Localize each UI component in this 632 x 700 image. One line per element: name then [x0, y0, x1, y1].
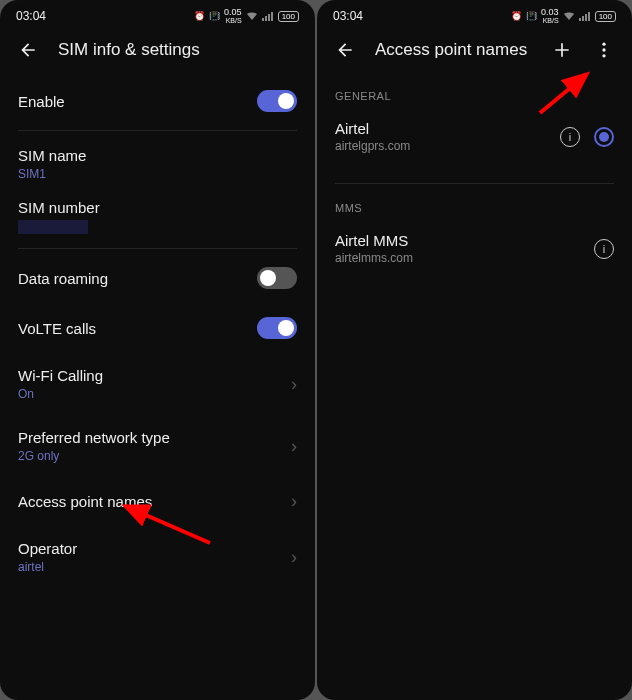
wifi-calling-row[interactable]: Wi-Fi Calling On ›	[18, 353, 297, 415]
sim-number-label: SIM number	[18, 199, 100, 216]
status-bar: 03:04 ⏰ 📳 0.05 KB/S 100	[0, 0, 315, 28]
divider	[18, 130, 297, 131]
status-time: 03:04	[333, 9, 363, 23]
divider	[335, 183, 614, 184]
apn-name: Airtel	[335, 120, 560, 137]
data-roaming-label: Data roaming	[18, 270, 108, 287]
chevron-right-icon: ›	[291, 436, 297, 457]
apn-item-airtel[interactable]: Airtel airtelgprs.com i	[335, 108, 614, 165]
chevron-right-icon: ›	[291, 547, 297, 568]
add-icon[interactable]	[550, 38, 574, 62]
net-unit: KB/S	[226, 17, 242, 24]
volte-row[interactable]: VoLTE calls	[18, 303, 297, 353]
data-roaming-row[interactable]: Data roaming	[18, 253, 297, 303]
battery-indicator: 100	[595, 11, 616, 22]
overflow-menu-icon[interactable]	[592, 38, 616, 62]
wifi-calling-label: Wi-Fi Calling	[18, 367, 103, 384]
svg-point-1	[602, 43, 605, 46]
chevron-right-icon: ›	[291, 491, 297, 512]
chevron-right-icon: ›	[291, 374, 297, 395]
volte-toggle[interactable]	[257, 317, 297, 339]
preferred-network-row[interactable]: Preferred network type 2G only ›	[18, 415, 297, 477]
enable-row[interactable]: Enable	[18, 76, 297, 126]
apn-host: airtelgprs.com	[335, 139, 560, 153]
svg-point-2	[602, 48, 605, 51]
apn-label: Access point names	[18, 493, 152, 510]
status-icons: ⏰ 📳 0.03 KB/S 100	[511, 8, 616, 24]
page-title: SIM info & settings	[58, 40, 299, 60]
back-icon[interactable]	[16, 38, 40, 62]
wifi-icon	[563, 11, 575, 21]
apn-list: GENERAL Airtel airtelgprs.com i MMS Airt…	[317, 76, 632, 700]
divider	[18, 248, 297, 249]
back-icon[interactable]	[333, 38, 357, 62]
status-bar: 03:04 ⏰ 📳 0.03 KB/S 100	[317, 0, 632, 28]
vibrate-icon: 📳	[209, 11, 220, 21]
alarm-icon: ⏰	[194, 11, 205, 21]
apn-host: airtelmms.com	[335, 251, 594, 265]
data-roaming-toggle[interactable]	[257, 267, 297, 289]
vibrate-icon: 📳	[526, 11, 537, 21]
signal-icon	[579, 11, 591, 21]
section-mms: MMS	[335, 188, 614, 220]
net-speed: 0.05	[224, 8, 242, 17]
sim-name-value: SIM1	[18, 167, 46, 181]
preferred-network-value: 2G only	[18, 449, 170, 463]
section-general: GENERAL	[335, 76, 614, 108]
apn-radio[interactable]	[594, 127, 614, 147]
settings-list: Enable SIM name SIM1 SIM number Data roa…	[0, 76, 315, 700]
battery-indicator: 100	[278, 11, 299, 22]
sim-number-row[interactable]: SIM number	[18, 189, 297, 244]
sim-name-label: SIM name	[18, 147, 86, 164]
info-icon[interactable]: i	[560, 127, 580, 147]
app-bar: Access point names	[317, 28, 632, 76]
net-unit: KB/S	[543, 17, 559, 24]
status-time: 03:04	[16, 9, 46, 23]
enable-label: Enable	[18, 93, 65, 110]
sim-number-redacted	[18, 220, 88, 234]
app-bar: SIM info & settings	[0, 28, 315, 76]
status-icons: ⏰ 📳 0.05 KB/S 100	[194, 8, 299, 24]
svg-point-3	[602, 54, 605, 57]
signal-icon	[262, 11, 274, 21]
page-title: Access point names	[375, 40, 532, 60]
apn-item-airtel-mms[interactable]: Airtel MMS airtelmms.com i	[335, 220, 614, 277]
sim-name-row[interactable]: SIM name SIM1	[18, 135, 297, 189]
preferred-network-label: Preferred network type	[18, 429, 170, 446]
operator-value: airtel	[18, 560, 77, 574]
alarm-icon: ⏰	[511, 11, 522, 21]
phone-right: 03:04 ⏰ 📳 0.03 KB/S 100 Access point nam…	[317, 0, 632, 700]
wifi-icon	[246, 11, 258, 21]
enable-toggle[interactable]	[257, 90, 297, 112]
net-speed: 0.03	[541, 8, 559, 17]
apn-name: Airtel MMS	[335, 232, 594, 249]
phone-left: 03:04 ⏰ 📳 0.05 KB/S 100 SIM info & setti…	[0, 0, 315, 700]
apn-row[interactable]: Access point names ›	[18, 477, 297, 526]
volte-label: VoLTE calls	[18, 320, 96, 337]
operator-label: Operator	[18, 540, 77, 557]
operator-row[interactable]: Operator airtel ›	[18, 526, 297, 588]
info-icon[interactable]: i	[594, 239, 614, 259]
wifi-calling-value: On	[18, 387, 103, 401]
